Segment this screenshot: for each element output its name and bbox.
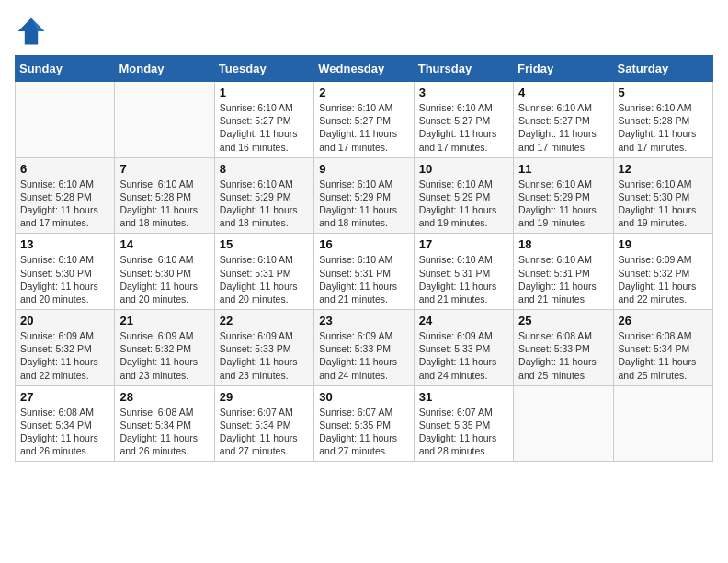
calendar-day-cell: 31Sunrise: 6:07 AM Sunset: 5:35 PM Dayli… [414, 385, 513, 462]
day-info: Sunrise: 6:08 AM Sunset: 5:33 PM Dayligh… [518, 329, 608, 382]
calendar-day-cell: 4Sunrise: 6:10 AM Sunset: 5:27 PM Daylig… [514, 82, 613, 158]
day-info: Sunrise: 6:10 AM Sunset: 5:27 PM Dayligh… [220, 101, 309, 154]
day-number: 11 [518, 162, 608, 176]
day-number: 16 [319, 237, 408, 251]
day-number: 2 [319, 86, 408, 99]
calendar-day-cell: 7Sunrise: 6:10 AM Sunset: 5:28 PM Daylig… [115, 157, 214, 234]
day-number: 24 [419, 314, 508, 327]
day-number: 18 [518, 237, 608, 251]
calendar-day-cell: 26Sunrise: 6:08 AM Sunset: 5:34 PM Dayli… [613, 310, 712, 386]
day-number: 12 [619, 162, 708, 176]
calendar-header-row: SundayMondayTuesdayWednesdayThursdayFrid… [16, 56, 713, 82]
day-info: Sunrise: 6:10 AM Sunset: 5:30 PM Dayligh… [20, 253, 109, 305]
calendar-day-cell [514, 385, 613, 462]
day-info: Sunrise: 6:10 AM Sunset: 5:31 PM Dayligh… [518, 253, 608, 305]
page-header [15, 15, 713, 48]
calendar-day-cell: 6Sunrise: 6:10 AM Sunset: 5:28 PM Daylig… [16, 157, 115, 234]
day-info: Sunrise: 6:10 AM Sunset: 5:31 PM Dayligh… [419, 253, 508, 305]
day-number: 20 [20, 314, 109, 327]
day-info: Sunrise: 6:10 AM Sunset: 5:31 PM Dayligh… [220, 253, 309, 305]
day-number: 25 [518, 314, 608, 327]
day-info: Sunrise: 6:10 AM Sunset: 5:29 PM Dayligh… [319, 178, 408, 230]
day-info: Sunrise: 6:09 AM Sunset: 5:33 PM Dayligh… [220, 329, 309, 382]
calendar-day-cell: 27Sunrise: 6:08 AM Sunset: 5:34 PM Dayli… [16, 385, 115, 462]
day-number: 14 [119, 237, 209, 251]
calendar-day-cell: 3Sunrise: 6:10 AM Sunset: 5:27 PM Daylig… [414, 82, 513, 158]
calendar-day-cell: 20Sunrise: 6:09 AM Sunset: 5:32 PM Dayli… [16, 310, 115, 386]
calendar-day-cell: 9Sunrise: 6:10 AM Sunset: 5:29 PM Daylig… [314, 157, 414, 234]
logo [15, 15, 51, 48]
day-number: 30 [319, 390, 408, 404]
calendar-day-cell: 25Sunrise: 6:08 AM Sunset: 5:33 PM Dayli… [514, 310, 613, 386]
day-info: Sunrise: 6:10 AM Sunset: 5:28 PM Dayligh… [119, 178, 209, 230]
calendar-header-sunday: Sunday [16, 56, 115, 82]
calendar-day-cell [16, 82, 115, 158]
day-info: Sunrise: 6:10 AM Sunset: 5:29 PM Dayligh… [220, 178, 309, 230]
calendar-day-cell: 24Sunrise: 6:09 AM Sunset: 5:33 PM Dayli… [414, 310, 513, 386]
calendar-day-cell: 12Sunrise: 6:10 AM Sunset: 5:30 PM Dayli… [613, 157, 712, 234]
calendar-week-row: 20Sunrise: 6:09 AM Sunset: 5:32 PM Dayli… [16, 310, 713, 386]
day-info: Sunrise: 6:10 AM Sunset: 5:28 PM Dayligh… [619, 101, 708, 154]
calendar-day-cell: 19Sunrise: 6:09 AM Sunset: 5:32 PM Dayli… [613, 234, 712, 310]
day-number: 22 [220, 314, 309, 327]
day-info: Sunrise: 6:09 AM Sunset: 5:32 PM Dayligh… [20, 329, 109, 382]
day-info: Sunrise: 6:07 AM Sunset: 5:35 PM Dayligh… [319, 406, 408, 458]
calendar-day-cell: 14Sunrise: 6:10 AM Sunset: 5:30 PM Dayli… [115, 234, 214, 310]
day-info: Sunrise: 6:09 AM Sunset: 5:33 PM Dayligh… [319, 329, 408, 382]
calendar-day-cell: 11Sunrise: 6:10 AM Sunset: 5:29 PM Dayli… [514, 157, 613, 234]
day-number: 31 [419, 390, 508, 404]
day-info: Sunrise: 6:07 AM Sunset: 5:34 PM Dayligh… [220, 406, 309, 458]
day-info: Sunrise: 6:10 AM Sunset: 5:27 PM Dayligh… [419, 101, 508, 154]
calendar-day-cell: 18Sunrise: 6:10 AM Sunset: 5:31 PM Dayli… [514, 234, 613, 310]
day-info: Sunrise: 6:09 AM Sunset: 5:32 PM Dayligh… [119, 329, 209, 382]
calendar-header-thursday: Thursday [414, 56, 513, 82]
calendar-day-cell: 5Sunrise: 6:10 AM Sunset: 5:28 PM Daylig… [613, 82, 712, 158]
day-info: Sunrise: 6:10 AM Sunset: 5:31 PM Dayligh… [319, 253, 408, 305]
calendar-day-cell: 28Sunrise: 6:08 AM Sunset: 5:34 PM Dayli… [115, 385, 214, 462]
day-number: 3 [419, 86, 508, 99]
logo-icon [15, 15, 48, 48]
calendar-day-cell: 16Sunrise: 6:10 AM Sunset: 5:31 PM Dayli… [314, 234, 414, 310]
calendar-header-saturday: Saturday [613, 56, 712, 82]
calendar-week-row: 1Sunrise: 6:10 AM Sunset: 5:27 PM Daylig… [16, 82, 713, 158]
day-number: 4 [518, 86, 608, 99]
day-info: Sunrise: 6:09 AM Sunset: 5:32 PM Dayligh… [619, 253, 708, 305]
calendar-week-row: 6Sunrise: 6:10 AM Sunset: 5:28 PM Daylig… [16, 157, 713, 234]
calendar-day-cell: 1Sunrise: 6:10 AM Sunset: 5:27 PM Daylig… [214, 82, 313, 158]
calendar-header-monday: Monday [115, 56, 214, 82]
day-number: 7 [119, 162, 209, 176]
calendar-day-cell [613, 385, 712, 462]
day-number: 27 [20, 390, 109, 404]
day-number: 9 [319, 162, 408, 176]
day-number: 29 [220, 390, 309, 404]
day-info: Sunrise: 6:07 AM Sunset: 5:35 PM Dayligh… [419, 406, 508, 458]
day-info: Sunrise: 6:08 AM Sunset: 5:34 PM Dayligh… [119, 406, 209, 458]
calendar-day-cell: 13Sunrise: 6:10 AM Sunset: 5:30 PM Dayli… [16, 234, 115, 310]
day-number: 23 [319, 314, 408, 327]
calendar-header-tuesday: Tuesday [214, 56, 313, 82]
calendar-header-wednesday: Wednesday [314, 56, 414, 82]
day-number: 28 [119, 390, 209, 404]
day-info: Sunrise: 6:10 AM Sunset: 5:28 PM Dayligh… [20, 178, 109, 230]
day-number: 5 [619, 86, 708, 99]
calendar-day-cell: 21Sunrise: 6:09 AM Sunset: 5:32 PM Dayli… [115, 310, 214, 386]
day-info: Sunrise: 6:08 AM Sunset: 5:34 PM Dayligh… [20, 406, 109, 458]
day-info: Sunrise: 6:10 AM Sunset: 5:30 PM Dayligh… [119, 253, 209, 305]
calendar-day-cell [115, 82, 214, 158]
calendar-day-cell: 30Sunrise: 6:07 AM Sunset: 5:35 PM Dayli… [314, 385, 414, 462]
calendar-day-cell: 22Sunrise: 6:09 AM Sunset: 5:33 PM Dayli… [214, 310, 313, 386]
calendar-day-cell: 15Sunrise: 6:10 AM Sunset: 5:31 PM Dayli… [214, 234, 313, 310]
day-info: Sunrise: 6:10 AM Sunset: 5:27 PM Dayligh… [319, 101, 408, 154]
calendar-day-cell: 10Sunrise: 6:10 AM Sunset: 5:29 PM Dayli… [414, 157, 513, 234]
calendar-day-cell: 2Sunrise: 6:10 AM Sunset: 5:27 PM Daylig… [314, 82, 414, 158]
day-number: 6 [20, 162, 109, 176]
day-info: Sunrise: 6:10 AM Sunset: 5:29 PM Dayligh… [518, 178, 608, 230]
day-number: 15 [220, 237, 309, 251]
day-info: Sunrise: 6:10 AM Sunset: 5:27 PM Dayligh… [518, 101, 608, 154]
calendar-table: SundayMondayTuesdayWednesdayThursdayFrid… [15, 55, 713, 462]
day-info: Sunrise: 6:10 AM Sunset: 5:30 PM Dayligh… [619, 178, 708, 230]
day-info: Sunrise: 6:08 AM Sunset: 5:34 PM Dayligh… [619, 329, 708, 382]
day-number: 10 [419, 162, 508, 176]
day-number: 19 [619, 237, 708, 251]
calendar-header-friday: Friday [514, 56, 613, 82]
